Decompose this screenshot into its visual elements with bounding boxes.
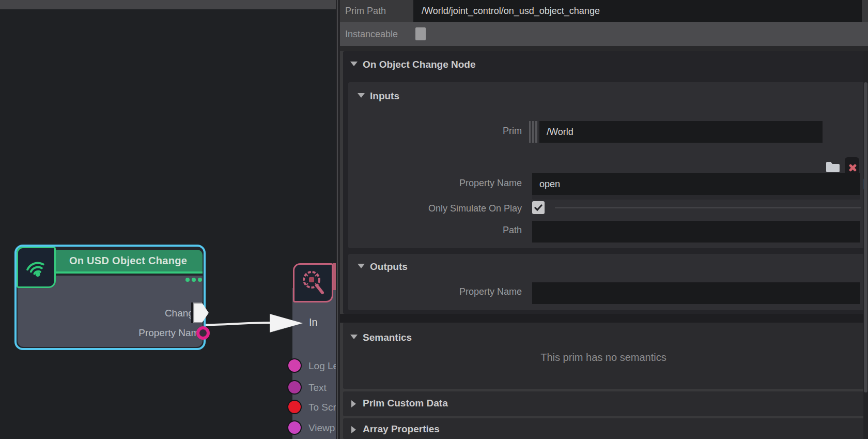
node-options-icon[interactable] <box>185 278 202 282</box>
collapse-triangle-icon[interactable] <box>350 335 358 339</box>
prim-drag-gripper[interactable] <box>529 121 537 143</box>
property-name-label: Property Name <box>357 178 522 189</box>
prim-custom-data-title[interactable]: Prim Custom Data <box>363 398 448 409</box>
prim-path-field[interactable]: /World/joint_control/on_usd_object_chang… <box>413 0 862 22</box>
panel-gap <box>340 46 868 51</box>
array-properties-title[interactable]: Array Properties <box>363 423 440 435</box>
port-label-log-level: Log Le <box>308 360 336 372</box>
port-label-property-name: Property Name <box>81 327 205 339</box>
only-simulate-label: Only Simulate On Play <box>357 203 522 214</box>
outputs-frame: Outputs Property Name <box>348 254 865 310</box>
in-exec-port[interactable] <box>269 312 305 335</box>
connection-wire[interactable] <box>0 0 336 439</box>
node-title-bar[interactable]: On USD Object Change <box>54 250 203 274</box>
property-panel: Prim Path /World/joint_control/on_usd_ob… <box>340 0 868 439</box>
expand-triangle-icon[interactable] <box>351 400 356 407</box>
canvas-top-strip <box>0 0 336 9</box>
prim-path-label: Prim Path <box>345 0 386 22</box>
changed-exec-port[interactable] <box>193 302 209 323</box>
array-properties-section: Array Properties <box>343 418 864 439</box>
panel-scrollbar[interactable] <box>863 51 868 439</box>
debug-magnifier-icon <box>293 263 333 302</box>
node-title: On USD Object Change <box>69 255 187 267</box>
port-label-changed: Changed <box>81 308 205 319</box>
viewport-port[interactable] <box>287 420 302 435</box>
semantics-title[interactable]: Semantics <box>363 332 412 343</box>
section-separator <box>340 314 868 323</box>
check-icon <box>534 204 542 211</box>
collapse-triangle-icon[interactable] <box>358 93 365 98</box>
output-property-name-label: Property Name <box>357 286 522 297</box>
panel-splitter[interactable] <box>336 0 340 439</box>
wifi-icon <box>17 247 56 288</box>
text-port[interactable] <box>287 380 302 395</box>
scrollbar-thumb[interactable] <box>864 82 867 392</box>
port-label-in: In <box>309 316 318 328</box>
property-name-port[interactable] <box>196 326 210 340</box>
prim-field[interactable]: /World <box>539 121 823 143</box>
close-icon <box>848 164 856 171</box>
prim-label: Prim <box>357 126 522 137</box>
node-on-usd-object-change[interactable]: On USD Object Change Changed Property Na… <box>14 245 206 350</box>
prim-custom-data-section: Prim Custom Data <box>343 391 864 416</box>
instanceable-label: Instanceable <box>345 22 398 46</box>
expand-triangle-icon[interactable] <box>351 426 356 433</box>
group-title[interactable]: On Object Change Node <box>363 59 476 70</box>
node-graph-canvas[interactable]: On USD Object Change Changed Property Na… <box>0 0 336 439</box>
to-screen-port[interactable] <box>287 400 302 414</box>
log-level-port[interactable] <box>287 358 302 373</box>
instanceable-row: Instanceable <box>340 22 868 46</box>
port-label-to-screen: To Scr <box>308 402 336 413</box>
semantics-section: Semantics This prim has no semantics <box>343 323 864 389</box>
inputs-frame: Inputs Prim /World Add Target... Pro <box>348 82 865 248</box>
app-window: On USD Object Change Changed Property Na… <box>0 0 868 439</box>
property-name-field[interactable]: open <box>532 173 860 195</box>
collapse-triangle-icon[interactable] <box>358 264 365 268</box>
instanceable-checkbox[interactable] <box>415 27 426 40</box>
path-label: Path <box>357 225 522 236</box>
prim-path-row: Prim Path /World/joint_control/on_usd_ob… <box>340 0 868 22</box>
only-simulate-checkbox[interactable] <box>532 201 545 214</box>
output-property-name-field[interactable] <box>532 282 860 304</box>
port-label-text: Text <box>308 382 327 393</box>
port-label-viewport: Viewp <box>308 422 335 434</box>
outputs-title[interactable]: Outputs <box>370 261 408 273</box>
semantics-empty-message: This prim has no semantics <box>343 352 864 364</box>
collapse-triangle-icon[interactable] <box>350 62 358 66</box>
inputs-title[interactable]: Inputs <box>370 90 399 102</box>
node-properties-group: On Object Change Node Inputs Prim /World <box>343 51 864 314</box>
path-field[interactable] <box>532 221 860 243</box>
field-divider-line <box>555 207 861 208</box>
